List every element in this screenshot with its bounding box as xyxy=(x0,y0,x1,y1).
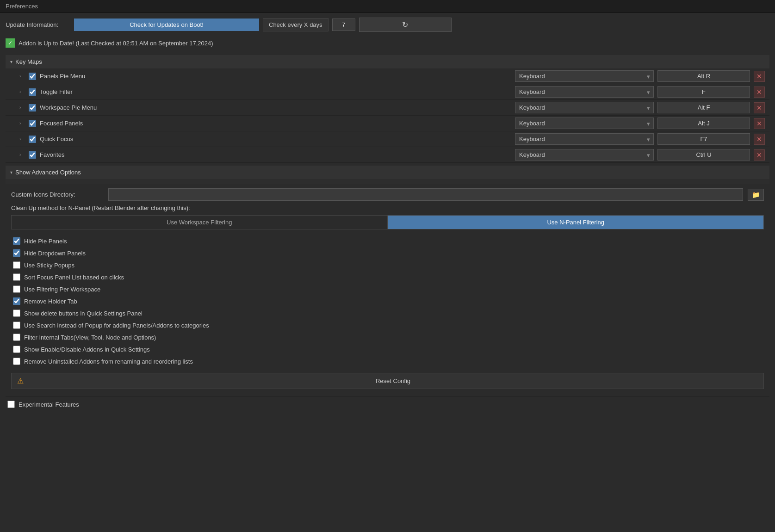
keymap-remove-button-1[interactable]: ✕ xyxy=(754,87,765,98)
keymap-checkbox-3[interactable] xyxy=(29,120,36,127)
advanced-header[interactable]: ▾ Show Advanced Options xyxy=(6,166,769,179)
option-checkbox-8[interactable] xyxy=(13,334,20,341)
option-label-3: Sort Focus Panel List based on clicks xyxy=(24,274,124,281)
keymap-select-wrapper-0: KeyboardMouseNDOF xyxy=(515,70,654,82)
option-checkbox-3[interactable] xyxy=(13,273,20,281)
reset-bar[interactable]: ⚠ Reset Config xyxy=(11,373,764,389)
keymap-device-select-0[interactable]: KeyboardMouseNDOF xyxy=(515,70,654,82)
option-row: Hide Dropdown Panels xyxy=(11,247,764,259)
keymap-expand-arrow[interactable]: › xyxy=(19,105,25,110)
keymap-name-5: Favorites xyxy=(40,151,511,158)
filter-toggle: Use Workspace Filtering Use N-Panel Filt… xyxy=(11,215,764,229)
cleanup-row: Clean Up method for N-Panel (Restart Ble… xyxy=(11,204,764,211)
keymap-row: › Focused Panels KeyboardMouseNDOF Alt J… xyxy=(6,116,769,131)
keymap-expand-arrow[interactable]: › xyxy=(19,121,25,126)
keymap-row: › Toggle Filter KeyboardMouseNDOF F ✕ xyxy=(6,84,769,100)
option-checkbox-9[interactable] xyxy=(13,346,20,353)
keymaps-chevron: ▾ xyxy=(10,59,12,64)
keymap-checkbox-5[interactable] xyxy=(29,151,36,159)
keymap-device-select-5[interactable]: KeyboardMouseNDOF xyxy=(515,149,654,161)
advanced-title: Show Advanced Options xyxy=(15,169,81,176)
update-row: Update Information: Check for Updates on… xyxy=(6,18,769,32)
keymap-remove-button-4[interactable]: ✕ xyxy=(754,134,765,145)
keymap-checkbox-1[interactable] xyxy=(29,88,36,96)
custom-icons-row: Custom Icons Directory: 📁 xyxy=(11,188,764,201)
advanced-content: Custom Icons Directory: 📁 Clean Up metho… xyxy=(6,184,769,394)
option-checkbox-4[interactable] xyxy=(13,285,20,293)
title-bar: Preferences xyxy=(0,0,775,13)
keymap-remove-button-5[interactable]: ✕ xyxy=(754,149,765,161)
checkbox-options: Hide Pie Panels Hide Dropdown Panels Use… xyxy=(11,235,764,367)
workspace-filtering-option[interactable]: Use Workspace Filtering xyxy=(11,215,388,229)
keymaps-header[interactable]: ▾ Key Maps xyxy=(6,55,769,68)
workspace-filtering-label: Use Workspace Filtering xyxy=(167,219,232,226)
status-row: ✓ Addon is Up to Date! (Last Checked at … xyxy=(6,36,769,50)
keymap-row: › Workspace Pie Menu KeyboardMouseNDOF A… xyxy=(6,100,769,116)
main-content: Update Information: Check for Updates on… xyxy=(0,13,775,416)
keymap-expand-arrow[interactable]: › xyxy=(19,152,25,157)
days-input[interactable] xyxy=(332,19,355,31)
key-binding-4[interactable]: F7 xyxy=(657,133,750,145)
refresh-icon: ↻ xyxy=(402,21,408,29)
option-checkbox-10[interactable] xyxy=(13,358,20,365)
option-checkbox-7[interactable] xyxy=(13,322,20,329)
folder-icon: 📁 xyxy=(752,191,760,198)
keymap-row: › Quick Focus KeyboardMouseNDOF F7 ✕ xyxy=(6,131,769,147)
keymap-select-wrapper-1: KeyboardMouseNDOF xyxy=(515,86,654,98)
option-row: Use Filtering Per Workspace xyxy=(11,283,764,295)
keymap-rows: › Panels Pie Menu KeyboardMouseNDOF Alt … xyxy=(6,68,769,163)
title-text: Preferences xyxy=(6,3,38,10)
key-binding-2[interactable]: Alt F xyxy=(657,102,750,113)
option-label-8: Filter Internal Tabs(View, Tool, Node an… xyxy=(24,334,156,341)
keymap-device-select-3[interactable]: KeyboardMouseNDOF xyxy=(515,118,654,129)
option-row: Show delete buttons in Quick Settings Pa… xyxy=(11,307,764,319)
key-binding-1[interactable]: F xyxy=(657,86,750,98)
option-checkbox-5[interactable] xyxy=(13,297,20,305)
keymap-select-wrapper-3: KeyboardMouseNDOF xyxy=(515,118,654,129)
npanel-filtering-option[interactable]: Use N-Panel Filtering xyxy=(388,215,764,229)
option-row: Hide Pie Panels xyxy=(11,235,764,247)
keymap-name-0: Panels Pie Menu xyxy=(40,73,511,80)
option-row: Show Enable/Disable Addons in Quick Sett… xyxy=(11,343,764,355)
check-boot-button[interactable]: Check for Updates on Boot! xyxy=(74,19,259,31)
experimental-label: Experimental Features xyxy=(19,401,79,408)
keymap-checkbox-4[interactable] xyxy=(29,136,36,143)
option-label-2: Use Sticky Popups xyxy=(24,262,74,269)
cleanup-label: Clean Up method for N-Panel (Restart Ble… xyxy=(11,204,190,211)
option-row: Use Search instead of Popup for adding P… xyxy=(11,319,764,331)
keymap-checkbox-2[interactable] xyxy=(29,104,36,111)
keymap-name-3: Focused Panels xyxy=(40,120,511,127)
option-row: Remove Uninstalled Addons from renaming … xyxy=(11,355,764,367)
option-checkbox-0[interactable] xyxy=(13,237,20,245)
key-binding-5[interactable]: Ctrl U xyxy=(657,149,750,161)
keymap-expand-arrow[interactable]: › xyxy=(19,74,25,79)
keymap-device-select-4[interactable]: KeyboardMouseNDOF xyxy=(515,133,654,145)
experimental-checkbox[interactable] xyxy=(7,401,15,408)
advanced-section: ▾ Show Advanced Options Custom Icons Dir… xyxy=(6,166,769,394)
keymap-checkbox-0[interactable] xyxy=(29,73,36,80)
keymap-device-select-1[interactable]: KeyboardMouseNDOF xyxy=(515,86,654,98)
option-row: Use Sticky Popups xyxy=(11,259,764,271)
option-checkbox-1[interactable] xyxy=(13,249,20,257)
option-checkbox-2[interactable] xyxy=(13,261,20,269)
custom-icons-input[interactable] xyxy=(108,188,743,201)
option-checkbox-6[interactable] xyxy=(13,309,20,317)
option-label-5: Remove Holder Tab xyxy=(24,298,77,305)
update-label: Update Information: xyxy=(6,21,70,28)
keymap-device-select-2[interactable]: KeyboardMouseNDOF xyxy=(515,102,654,113)
keymap-remove-button-3[interactable]: ✕ xyxy=(754,118,765,129)
keymap-expand-arrow[interactable]: › xyxy=(19,136,25,142)
keymap-remove-button-0[interactable]: ✕ xyxy=(754,71,765,82)
option-label-9: Show Enable/Disable Addons in Quick Sett… xyxy=(24,346,150,353)
keymap-remove-button-2[interactable]: ✕ xyxy=(754,102,765,113)
folder-button[interactable]: 📁 xyxy=(748,189,764,201)
status-check-icon: ✓ xyxy=(6,38,15,48)
warning-icon: ⚠ xyxy=(17,377,24,385)
key-binding-0[interactable]: Alt R xyxy=(657,70,750,82)
option-row: Sort Focus Panel List based on clicks xyxy=(11,271,764,283)
option-label-10: Remove Uninstalled Addons from renaming … xyxy=(24,358,193,365)
refresh-button[interactable]: ↻ xyxy=(359,18,452,32)
keymap-name-4: Quick Focus xyxy=(40,136,511,142)
key-binding-3[interactable]: Alt J xyxy=(657,118,750,129)
keymap-expand-arrow[interactable]: › xyxy=(19,89,25,94)
